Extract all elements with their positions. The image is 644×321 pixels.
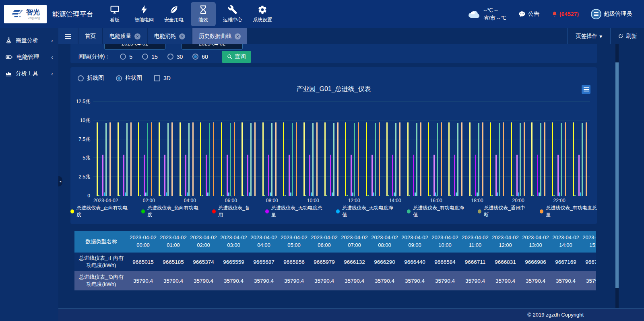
bar-group bbox=[135, 101, 155, 196]
legend-item[interactable]: 总进线仪表_有功电度总量 bbox=[540, 205, 597, 218]
scrollbar-thumb[interactable] bbox=[615, 62, 619, 288]
table-header-cell: 2023-04-02 04:00 bbox=[249, 231, 279, 253]
legend-item[interactable]: 总进线仪表_有功电度净值 bbox=[407, 205, 464, 218]
three-d-option[interactable]: 3D bbox=[154, 75, 171, 81]
legend-item[interactable]: 总进线仪表_负向有功电度 bbox=[141, 205, 198, 218]
sidebar: 需量分析 ‹ 电能管理 ‹ 分析工具 ‹ bbox=[0, 28, 58, 321]
sidebar-collapse-handle[interactable]: ◄ bbox=[58, 176, 62, 186]
legend-item[interactable]: 总进线仪表_备用 bbox=[212, 205, 252, 218]
legend-dot bbox=[407, 209, 411, 213]
bar-group bbox=[155, 101, 176, 196]
bar-groups bbox=[93, 101, 590, 196]
x-axis-label: 20:00 bbox=[508, 198, 528, 203]
tab-history-curve[interactable]: 历史数据曲线 ✕ bbox=[192, 28, 247, 44]
end-date-input[interactable]: 2023-04-02 bbox=[182, 44, 243, 50]
interval-option-15[interactable]: 15 bbox=[142, 54, 158, 60]
table-cell: 35790.4 bbox=[400, 271, 430, 290]
chart-bar bbox=[227, 155, 228, 196]
start-date-input[interactable]: 2023-04-02 bbox=[104, 44, 165, 50]
table-cell: 35790.4 bbox=[339, 271, 369, 290]
sidebar-item-demand-analysis[interactable]: 需量分析 ‹ bbox=[0, 32, 58, 49]
nav-item-ops-center[interactable]: 运维中心 bbox=[220, 2, 246, 26]
chart-bar bbox=[454, 155, 455, 196]
line-chart-option[interactable]: 折线图 bbox=[78, 75, 104, 82]
radio-icon bbox=[78, 75, 84, 81]
nav-item-dashboard[interactable]: 看板 bbox=[102, 2, 127, 26]
x-axis-label: 10:00 bbox=[303, 198, 323, 203]
legend-item[interactable]: 总进线仪表_无功电度净值 bbox=[336, 205, 393, 218]
x-axis-label: 06:00 bbox=[221, 198, 241, 203]
chart-bar bbox=[477, 193, 478, 196]
chart-bar bbox=[249, 193, 250, 196]
tab-power-quality[interactable]: 电能质量 ✕ bbox=[103, 28, 147, 44]
interval-option-30[interactable]: 30 bbox=[167, 54, 183, 60]
user-name: 超级管理员 bbox=[604, 10, 632, 18]
nav-item-energy-efficiency[interactable]: 能效 bbox=[191, 2, 216, 26]
chart-bar bbox=[586, 122, 587, 196]
chart-bar bbox=[262, 122, 264, 196]
tab-home[interactable]: 首页 bbox=[78, 28, 102, 44]
bar-chart-option[interactable]: 柱状图 bbox=[116, 75, 142, 82]
close-icon[interactable]: ✕ bbox=[235, 33, 241, 39]
battery-icon bbox=[5, 54, 13, 60]
sidebar-item-energy-management[interactable]: 电能管理 ‹ bbox=[0, 49, 58, 65]
table-cell: 9667342 bbox=[581, 253, 596, 271]
y-axis-label: 12.5兆 bbox=[66, 98, 90, 105]
interval-option-60[interactable]: 60 bbox=[192, 54, 208, 60]
chart-bar bbox=[557, 155, 559, 196]
table-cell: 35790.4 bbox=[219, 271, 249, 290]
announcement-label: 公告 bbox=[528, 10, 539, 18]
bar-group bbox=[176, 101, 197, 196]
chart-bar bbox=[520, 123, 521, 196]
legend-label: 总进线仪表_正向有功电度 bbox=[76, 205, 128, 218]
nav-item-safe-power[interactable]: 安全用电 bbox=[161, 2, 187, 26]
table-header: 数据类型名称2023-04-02 00:002023-04-02 01:0020… bbox=[74, 231, 596, 253]
chart-bar bbox=[316, 122, 318, 196]
chart-bar bbox=[351, 155, 352, 196]
close-icon[interactable]: ✕ bbox=[179, 33, 185, 39]
y-axis-label: 10兆 bbox=[66, 117, 90, 124]
chart-bar bbox=[428, 122, 429, 196]
chart-bar bbox=[450, 195, 451, 196]
close-icon[interactable]: ✕ bbox=[134, 33, 140, 39]
bar-group bbox=[114, 101, 134, 196]
bar-group bbox=[507, 101, 528, 196]
chevron-left-icon: ‹ bbox=[51, 54, 53, 60]
chart-bar bbox=[433, 155, 435, 196]
interval-row: 间隔(分钟)： 5 15 30 60 查询 bbox=[78, 50, 597, 63]
nav-label: 系统设置 bbox=[253, 17, 272, 23]
bar-group bbox=[218, 101, 238, 196]
bell-icon bbox=[551, 10, 558, 18]
chart-bar bbox=[420, 122, 421, 196]
user-menu[interactable]: 超级管理员 bbox=[591, 9, 632, 19]
chart-bar bbox=[524, 122, 525, 196]
chart-plot: 02.5兆5兆7.5兆10兆12.5兆2023-04-0202:0004:000… bbox=[93, 101, 590, 196]
tab-energy-consumption[interactable]: 电能消耗 ✕ bbox=[148, 28, 192, 44]
sidebar-item-analysis-tools[interactable]: 分析工具 ‹ bbox=[0, 65, 58, 82]
nav-item-smart-grid[interactable]: 智能电网 bbox=[131, 2, 157, 26]
legend-item[interactable]: 总进线仪表_无功电度总量 bbox=[265, 205, 322, 218]
search-icon bbox=[227, 54, 233, 60]
chart-bar bbox=[105, 123, 107, 196]
weather-city: 省/市 --℃ bbox=[483, 14, 506, 22]
legend-item[interactable]: 总进线仪表_通讯中断 bbox=[478, 205, 526, 218]
chart-bar bbox=[188, 123, 190, 196]
chart-export-menu-button[interactable] bbox=[582, 85, 590, 94]
search-button[interactable]: 查询 bbox=[222, 51, 251, 63]
x-axis-label bbox=[118, 198, 138, 203]
alarm-button[interactable]: (64527) bbox=[551, 10, 579, 18]
tab-operations-dropdown[interactable]: 页签操作 ▾ bbox=[567, 28, 610, 44]
refresh-button[interactable]: 刷新 bbox=[610, 28, 644, 44]
topbar: 智光 Zhiguang 能源管理平台 看板 智能电网 安全用电 能效 运维中心 … bbox=[0, 0, 644, 28]
chart-bar bbox=[345, 122, 346, 196]
table-header-cell: 2023-04-02 09:00 bbox=[400, 231, 430, 253]
legend-item[interactable]: 总进线仪表_正向有功电度 bbox=[70, 205, 128, 218]
hourglass-icon bbox=[198, 5, 208, 14]
interval-option-5[interactable]: 5 bbox=[120, 54, 132, 60]
bar-group bbox=[570, 101, 590, 196]
nav-item-system-settings[interactable]: 系统设置 bbox=[250, 2, 275, 26]
x-axis-label: 2023-04-02 bbox=[93, 198, 118, 203]
sidebar-toggle-button[interactable] bbox=[58, 28, 78, 44]
announcement-button[interactable]: 公告 bbox=[518, 10, 539, 18]
nav-label: 安全用电 bbox=[164, 17, 184, 23]
